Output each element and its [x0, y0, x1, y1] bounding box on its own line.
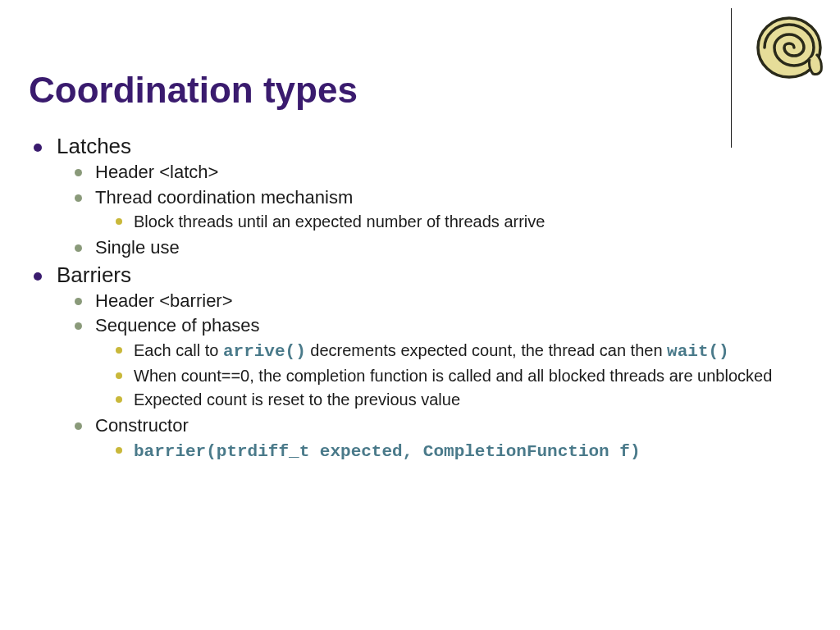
content-list: Latches Header <latch> Thread coordinati… — [29, 134, 811, 463]
list-item-label: barrier(ptrdiff_t expected, CompletionFu… — [134, 440, 641, 463]
list-item-label: Header <latch> — [95, 161, 218, 185]
list-item-label: When count==0, the completion function i… — [134, 365, 772, 387]
bullet-dot-icon — [75, 322, 82, 330]
bullet-dot-icon — [75, 194, 82, 202]
bullet-dot-icon — [116, 447, 122, 454]
bullet-dot-icon — [116, 218, 122, 225]
list-item-label: Single use — [95, 236, 180, 260]
list-item-label: Expected count is reset to the previous … — [134, 389, 460, 411]
bullet-dot-icon — [75, 298, 82, 305]
bullet-dot-icon — [34, 272, 42, 281]
bullet-dot-icon — [116, 347, 122, 354]
list-item-label: Latches — [57, 134, 131, 159]
bullet-dot-icon — [116, 372, 122, 379]
list-item-label: Sequence of phases — [95, 314, 260, 338]
bullet-dot-icon — [34, 144, 42, 152]
bullet-dot-icon — [116, 396, 122, 403]
slide-container: Coordination types Latches Header <latch… — [0, 0, 840, 630]
bullet-dot-icon — [75, 169, 82, 176]
list-item-label: Each call to arrive() decrements expecte… — [134, 340, 729, 363]
list-item-label: Thread coordination mechanism — [95, 186, 353, 210]
bullet-dot-icon — [75, 422, 82, 430]
bullet-dot-icon — [75, 244, 82, 252]
list-item-label: Header <barrier> — [95, 290, 233, 313]
snail-icon — [746, 10, 824, 82]
list-item-label: Barriers — [57, 262, 131, 288]
list-item-label: Block threads until an expected number o… — [134, 211, 545, 233]
slide-title: Coordination types — [29, 70, 811, 111]
list-item-label: Constructor — [95, 414, 189, 438]
vertical-divider — [731, 8, 733, 148]
